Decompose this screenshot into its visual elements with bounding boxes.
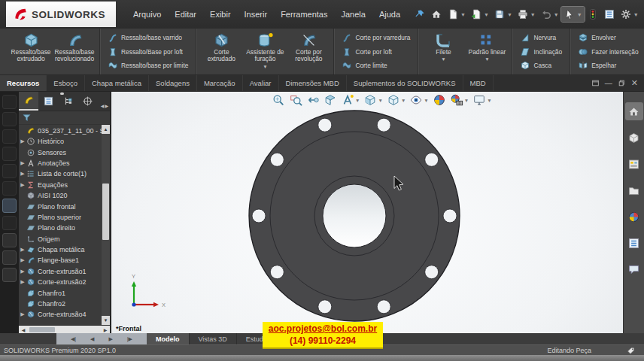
dropdown-arrow-icon[interactable]: ▼ xyxy=(554,12,559,17)
tab-scroll-left-icon[interactable]: ◀ xyxy=(101,103,105,108)
tree-item-chanfro1[interactable]: Chanfro1 xyxy=(19,287,110,298)
options-gear-button[interactable]: ▼ xyxy=(618,7,641,22)
menu-editar[interactable]: Editar xyxy=(168,7,203,22)
expand-arrow-icon[interactable]: ▶ xyxy=(19,257,26,263)
home-button[interactable] xyxy=(625,102,643,120)
tree-item-corte-extrus-o4[interactable]: ▶Corte-extrusão4 xyxy=(19,309,110,320)
layers-icon[interactable] xyxy=(2,268,17,282)
apply-scene-button[interactable]: ▼ xyxy=(449,93,469,108)
next-tab-icon[interactable]: ▶ xyxy=(108,336,112,342)
tree-item-chanfro2[interactable]: Chanfro2 xyxy=(19,299,110,309)
expand-arrow-icon[interactable]: ▶ xyxy=(19,247,26,253)
tree-item-sensores[interactable]: Sensores xyxy=(19,147,110,157)
model-tab-modelo[interactable]: Modelo xyxy=(147,333,190,344)
ribbon-button-linear-pattern[interactable]: Padrão linear▼ xyxy=(465,29,509,74)
dropdown-arrow-icon[interactable]: ▼ xyxy=(441,56,445,62)
view-settings-button[interactable]: ▼ xyxy=(472,93,492,108)
doc-close-icon[interactable]: ✕ xyxy=(631,78,638,88)
expand-arrow-icon[interactable]: ▶ xyxy=(19,182,26,188)
ribbon-button-fillet[interactable]: Filete▼ xyxy=(421,29,465,74)
expand-arrow-icon[interactable]: ▶ xyxy=(19,279,26,285)
document-icon[interactable] xyxy=(2,164,17,178)
file-properties-button[interactable] xyxy=(601,7,618,22)
graphics-area[interactable]: Y X ▼▼▼▼▼▼ *Frontal xyxy=(111,92,623,333)
tree-item-chapa-met-lica[interactable]: ▶Chapa metálica xyxy=(19,244,110,255)
model-tab-vistas-3d[interactable]: Vistas 3D xyxy=(190,333,237,344)
windows-icon[interactable] xyxy=(2,250,17,265)
display-style-button[interactable]: ▼ xyxy=(386,93,406,108)
home-button[interactable] xyxy=(428,7,445,22)
doc-restore-icon[interactable] xyxy=(618,79,626,87)
doc-window-icon[interactable] xyxy=(591,79,600,87)
tree-item-flange-base1[interactable]: ▶Flange-base1 xyxy=(19,255,110,265)
tab-esboço[interactable]: Esboço xyxy=(47,75,85,91)
tree-item-lista-de-corte-1-[interactable]: ▶Lista de corte(1) xyxy=(19,168,110,179)
propertymanager-tab[interactable] xyxy=(38,92,58,111)
undo-button[interactable]: ▼ xyxy=(538,7,561,22)
tree-item-equa-es[interactable]: ▶Equações xyxy=(19,180,110,190)
ribbon-button-mirror[interactable]: Espelhar xyxy=(575,59,641,71)
dropdown-arrow-icon[interactable]: ▼ xyxy=(424,98,428,103)
forum-button[interactable] xyxy=(625,260,643,278)
ribbon-button-intersect[interactable]: Fazer interseção xyxy=(575,46,641,58)
ribbon-button-shell[interactable]: Casca xyxy=(517,59,565,71)
tree-item-plano-superior[interactable]: Plano superior xyxy=(19,212,110,223)
dimxpertmanager-tab[interactable] xyxy=(77,92,97,111)
ribbon-button-wrap[interactable]: Envolver xyxy=(575,32,641,44)
dropdown-arrow-icon[interactable]: ▼ xyxy=(464,98,469,103)
section-view-button[interactable] xyxy=(323,93,338,108)
dropdown-arrow-icon[interactable]: ▼ xyxy=(507,12,512,17)
tree-item-plano-direito[interactable]: Plano direito xyxy=(19,223,110,233)
tab-chapa-metálica[interactable]: Chapa metálica xyxy=(85,75,149,91)
expand-arrow-icon[interactable]: ▶ xyxy=(19,138,26,144)
expand-arrow-icon[interactable]: ▶ xyxy=(19,268,26,275)
design-library-button[interactable] xyxy=(625,155,643,173)
tree-item-corte-extrus-o2[interactable]: ▶Corte-extrusão2 xyxy=(19,277,110,287)
tab-scroll-right-icon[interactable]: ▶ xyxy=(105,103,108,108)
menu-arquivo[interactable]: Arquivo xyxy=(126,7,168,22)
tab-dimensões-mbd[interactable]: Dimensões MBD xyxy=(279,75,347,91)
dropdown-arrow-icon[interactable]: ▼ xyxy=(460,12,466,17)
menu-janela[interactable]: Janela xyxy=(334,7,372,22)
menu-exibir[interactable]: Exibir xyxy=(203,7,238,22)
first-tab-icon[interactable]: ◀| xyxy=(71,336,76,342)
save-button[interactable]: ▼ xyxy=(491,7,515,22)
ribbon-button-sweep-boss[interactable]: Ressalto/base varrido xyxy=(105,32,191,44)
ribbon-button-extrude-boss[interactable]: Ressalto/base extrudado xyxy=(9,29,53,74)
ribbon-button-cut-extrude[interactable]: Corte extrudado xyxy=(199,29,243,74)
tab-mbd[interactable]: MBD xyxy=(463,75,494,91)
ribbon-button-cut-sweep[interactable]: Corte por varredura xyxy=(339,32,413,44)
dropdown-arrow-icon[interactable]: ▼ xyxy=(378,98,382,103)
sketch-tool-icon[interactable] xyxy=(2,199,17,213)
ribbon-button-rib[interactable]: Nervura xyxy=(517,32,565,44)
scroll-right-icon[interactable]: ▶ xyxy=(101,327,110,332)
prev-tab-icon[interactable]: ◀ xyxy=(90,336,94,342)
dropdown-arrow-icon[interactable]: ▼ xyxy=(263,64,267,69)
hscroll-thumb[interactable] xyxy=(29,327,55,332)
panel-splitter-handle[interactable] xyxy=(60,93,64,95)
tab-suplementos-do-solidworks[interactable]: Suplementos do SOLIDWORKS xyxy=(347,75,463,91)
ribbon-button-boundary-boss[interactable]: Ressalto/base por limite xyxy=(105,59,191,71)
tree-item-aisi-1020[interactable]: AISI 1020 xyxy=(19,190,110,201)
scroll-down-icon[interactable]: ▼ xyxy=(102,316,110,325)
print-button[interactable]: ▼ xyxy=(515,7,538,22)
ribbon-button-hole-wizard[interactable]: Assistente de furação▼ xyxy=(243,29,287,74)
expand-arrow-icon[interactable]: ▶ xyxy=(19,171,26,177)
dropdown-arrow-icon[interactable]: ▼ xyxy=(485,56,489,62)
last-tab-icon[interactable]: |▶ xyxy=(127,336,132,342)
custom-properties-button[interactable] xyxy=(625,234,643,252)
dropdown-arrow-icon[interactable]: ▼ xyxy=(487,98,491,103)
banner-email-link[interactable]: aoc.projetos@bol.com.br xyxy=(263,323,383,334)
tree-item-hist-rico[interactable]: ▶Histórico xyxy=(19,136,110,147)
document-icon[interactable] xyxy=(2,95,17,109)
tree-item-corte-extrus-o1[interactable]: ▶Corte-extrusão1 xyxy=(19,266,110,277)
scroll-left-icon[interactable]: ◀ xyxy=(19,327,28,332)
solidworks-resources-button[interactable] xyxy=(625,129,643,147)
ribbon-button-draft[interactable]: Inclinação xyxy=(517,46,565,58)
open-button[interactable]: ▼ xyxy=(468,7,491,22)
ribbon-button-cut-boundary[interactable]: Corte limite xyxy=(339,59,413,71)
flange-part[interactable] xyxy=(249,111,460,321)
menu-ferramentas[interactable]: Ferramentas xyxy=(274,7,334,22)
previous-view-button[interactable] xyxy=(305,93,320,108)
doc-minimize-icon[interactable]: — xyxy=(605,79,612,87)
